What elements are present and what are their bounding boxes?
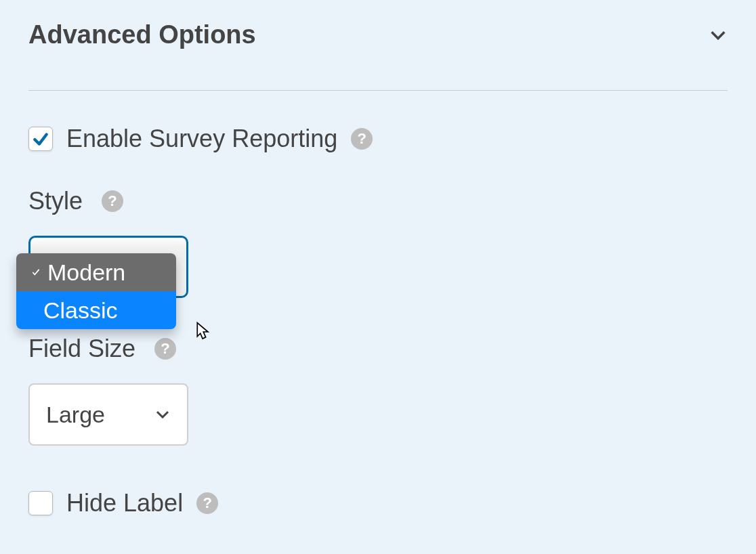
field-size-value: Large (46, 402, 105, 428)
dropdown-item-label: Modern (47, 259, 125, 286)
style-label: Style (28, 187, 83, 215)
field-size-label-row: Field Size ? (28, 335, 728, 363)
section-title: Advanced Options (28, 20, 256, 49)
enable-survey-label: Enable Survey Reporting (66, 125, 337, 153)
style-dropdown-menu: Modern Classic (16, 253, 176, 329)
style-option-modern[interactable]: Modern (16, 253, 176, 291)
help-icon[interactable]: ? (351, 128, 373, 150)
help-icon[interactable]: ? (102, 190, 123, 212)
help-icon[interactable]: ? (196, 492, 218, 514)
style-label-row: Style ? (28, 187, 728, 215)
enable-survey-checkbox[interactable] (28, 127, 53, 151)
hide-label-checkbox[interactable] (28, 491, 53, 515)
cursor-pointer-icon (190, 320, 214, 344)
help-icon[interactable]: ? (154, 338, 176, 360)
field-size-label: Field Size (28, 335, 135, 363)
enable-survey-row: Enable Survey Reporting ? (28, 125, 728, 153)
style-option-classic[interactable]: Classic (16, 291, 176, 329)
chevron-down-icon (154, 406, 171, 423)
chevron-down-icon (709, 26, 728, 45)
dropdown-item-label: Classic (28, 297, 118, 324)
check-icon (28, 268, 43, 277)
field-size-select[interactable]: Large (28, 383, 188, 446)
advanced-options-header[interactable]: Advanced Options (28, 20, 728, 91)
style-select-container: Modern Classic (28, 236, 728, 298)
hide-label-text: Hide Label (66, 489, 183, 517)
hide-label-row: Hide Label ? (28, 489, 728, 517)
